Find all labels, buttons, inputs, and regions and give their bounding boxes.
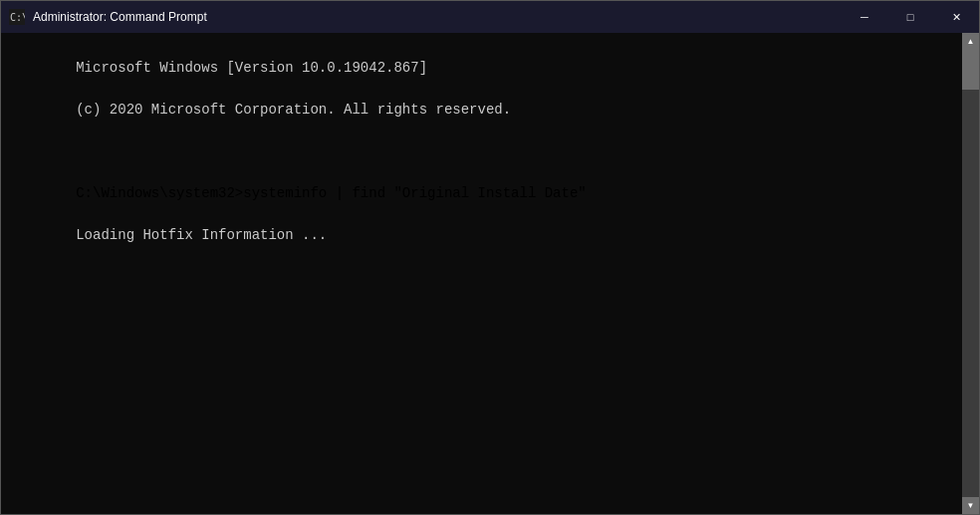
window-body: Microsoft Windows [Version 10.0.19042.86…	[1, 33, 979, 514]
title-bar: C:\ Administrator: Command Prompt ─ □ ✕	[1, 1, 979, 33]
title-bar-controls: ─ □ ✕	[842, 1, 979, 33]
scrollbar: ▲ ▼	[962, 33, 979, 514]
scrollbar-down-button[interactable]: ▼	[962, 497, 979, 514]
terminal-content: Microsoft Windows [Version 10.0.19042.86…	[9, 37, 954, 267]
scrollbar-track[interactable]	[962, 50, 979, 497]
scrollbar-up-button[interactable]: ▲	[962, 33, 979, 50]
cmd-icon: C:\	[9, 9, 25, 25]
loading-line: Loading Hotfix Information ...	[76, 227, 327, 243]
maximize-button[interactable]: □	[887, 1, 933, 33]
close-button[interactable]: ✕	[933, 1, 979, 33]
minimize-button[interactable]: ─	[842, 1, 887, 33]
svg-text:C:\: C:\	[10, 12, 25, 23]
terminal[interactable]: Microsoft Windows [Version 10.0.19042.86…	[1, 33, 962, 514]
version-line: Microsoft Windows [Version 10.0.19042.86…	[76, 60, 427, 76]
title-bar-text: Administrator: Command Prompt	[33, 10, 971, 24]
command-line: C:\Windows\system32>systeminfo | find "O…	[76, 185, 586, 201]
scrollbar-thumb[interactable]	[962, 50, 979, 90]
window: C:\ Administrator: Command Prompt ─ □ ✕ …	[0, 0, 980, 515]
copyright-line: (c) 2020 Microsoft Corporation. All righ…	[76, 102, 511, 118]
